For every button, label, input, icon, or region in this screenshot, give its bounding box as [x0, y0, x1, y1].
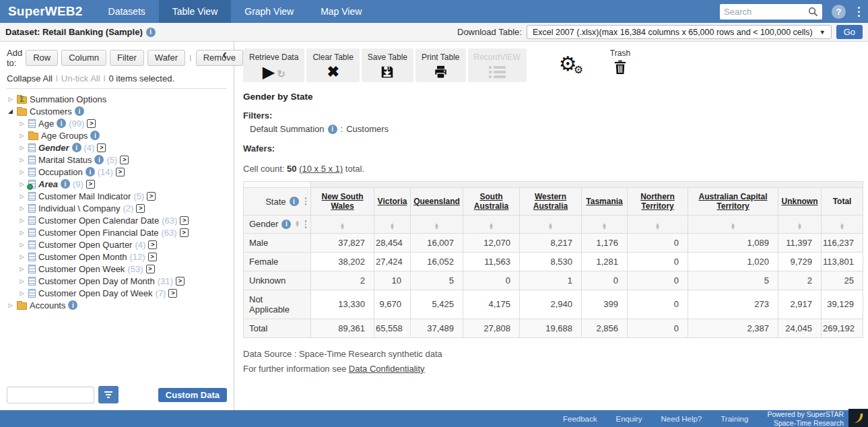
filter-info-icon[interactable]: i [328, 125, 337, 134]
gender-menu-icon[interactable] [304, 220, 308, 229]
column-header-link[interactable]: Australian Capital Territory [698, 192, 767, 211]
field-info-icon[interactable]: i [86, 167, 95, 176]
need-help-link[interactable]: Need Help? [661, 415, 702, 423]
tree-item-customer-open-calendar-date[interactable]: ▷Customer Open Calendar Date(63)> [0, 214, 234, 226]
expand-node-icon[interactable]: ▷ [18, 181, 26, 187]
add-to-filter-button[interactable]: Filter [110, 50, 144, 66]
clear-table-button[interactable]: Clear Table ✖ [306, 48, 359, 82]
tree-item-customer-open-month[interactable]: ▷Customer Open Month(12)> [0, 251, 234, 263]
expand-node-icon[interactable]: ▷ [18, 266, 26, 272]
download-format-select[interactable]: Excel 2007 (.xlsx)(max 16,384 columns x … [527, 25, 832, 39]
expand-node-icon[interactable]: ▷ [18, 157, 26, 163]
tree-item-customers[interactable]: ◢Customersi [0, 105, 234, 117]
field-info-icon[interactable]: i [57, 119, 66, 128]
retrieve-data-button[interactable]: Retrieve Data ▶↻ [243, 48, 304, 82]
field-info-icon[interactable]: i [61, 179, 70, 189]
drill-arrow-icon[interactable]: > [147, 192, 156, 201]
print-table-button[interactable]: Print Table [415, 48, 465, 82]
collapse-node-icon[interactable]: ◢ [7, 108, 14, 114]
expand-node-icon[interactable]: ▷ [18, 145, 26, 151]
drill-arrow-icon[interactable]: > [180, 228, 189, 237]
expand-node-icon[interactable]: ▷ [18, 169, 26, 175]
search-icon[interactable] [808, 7, 818, 17]
sort-icon[interactable]: ▲▼ [655, 224, 661, 230]
drill-arrow-icon[interactable]: > [148, 240, 157, 249]
add-to-wafer-button[interactable]: Wafer [147, 50, 185, 66]
help-icon[interactable]: ? [832, 5, 846, 19]
expand-node-icon[interactable]: ▷ [18, 278, 26, 284]
data-confidentiality-link[interactable]: Data Confidentiality [349, 364, 425, 374]
field-info-icon[interactable]: i [75, 106, 84, 116]
tree-item-marital-status[interactable]: ▷Marital Statusi(5)> [0, 154, 234, 166]
drill-arrow-icon[interactable]: > [120, 156, 129, 164]
state-info-icon[interactable]: i [290, 197, 299, 206]
recordview-button[interactable]: RecordVIEW [468, 48, 527, 82]
expand-node-icon[interactable]: ▷ [18, 193, 26, 199]
sort-icon[interactable]: ▲▼ [797, 224, 803, 230]
sort-icon[interactable]: ▲▼ [489, 224, 494, 230]
field-info-icon[interactable]: i [72, 143, 81, 152]
column-header-link[interactable]: New South Wales [322, 192, 364, 211]
drill-arrow-icon[interactable]: > [146, 265, 155, 273]
expand-node-icon[interactable]: ▷ [7, 302, 14, 308]
custom-data-button[interactable]: Custom Data [158, 388, 227, 402]
expand-node-icon[interactable]: ▷ [7, 96, 14, 102]
tree-filter-input[interactable] [7, 387, 94, 403]
feedback-link[interactable]: Feedback [563, 415, 597, 423]
tree-item-summation-options[interactable]: ▷ΣSummation Options [0, 93, 234, 105]
tree-item-age-groups[interactable]: ▷Age Groupsi [0, 129, 234, 141]
sort-icon[interactable]: ▲▼ [548, 224, 554, 230]
expand-node-icon[interactable]: ▷ [18, 230, 26, 236]
enquiry-link[interactable]: Enquiry [616, 415, 642, 423]
tree-item-age[interactable]: ▷Agei(99)> [0, 117, 234, 129]
drill-arrow-icon[interactable]: > [116, 168, 125, 176]
drill-arrow-icon[interactable]: > [87, 119, 96, 128]
expand-node-icon[interactable]: ▷ [18, 121, 26, 127]
nav-tab-graph-view[interactable]: Graph View [231, 0, 307, 23]
field-info-icon[interactable]: i [90, 131, 100, 140]
overflow-menu-icon[interactable] [857, 5, 861, 18]
drill-arrow-icon[interactable]: > [168, 289, 177, 298]
tree-item-customer-open-quarter[interactable]: ▷Customer Open Quarter(4)> [0, 238, 234, 251]
column-header-link[interactable]: Tasmania [586, 197, 622, 206]
field-info-icon[interactable]: i [94, 155, 104, 164]
sort-icon[interactable]: ▲▼ [294, 221, 300, 228]
save-table-button[interactable]: Save Table [362, 48, 413, 82]
column-header-link[interactable]: Northern Territory [640, 192, 675, 211]
gender-info-icon[interactable]: i [281, 220, 291, 229]
column-header-link[interactable]: Queensland [413, 197, 460, 206]
dataset-info-icon[interactable]: i [146, 28, 156, 37]
expand-node-icon[interactable]: ▷ [18, 218, 26, 224]
state-menu-icon[interactable] [304, 197, 308, 206]
tree-item-customer-open-day-of-week[interactable]: ▷Customer Open Day of Week(7)> [0, 287, 234, 299]
tree-item-customer-open-day-of-month[interactable]: ▷Customer Open Day of Month(31)> [0, 275, 234, 287]
download-go-button[interactable]: Go [836, 25, 863, 39]
sort-icon[interactable]: ▲▼ [340, 224, 345, 230]
tree-item-individual-company[interactable]: ▷Individual \ Company(2)> [0, 202, 234, 214]
nav-tab-table-view[interactable]: Table View [159, 0, 231, 23]
tree-item-customer-open-financial-date[interactable]: ▷Customer Open Financial Date(63)> [0, 226, 234, 238]
expand-node-icon[interactable]: ▷ [18, 290, 26, 296]
search-box[interactable] [720, 4, 822, 20]
column-header-link[interactable]: Victoria [378, 197, 407, 206]
tree-item-gender[interactable]: ▷Genderi(4)> [0, 141, 234, 154]
table-options-button[interactable]: ⚙ ⚙ [559, 55, 585, 78]
tree-item-customer-open-week[interactable]: ▷Customer Open Week(53)> [0, 263, 234, 275]
untick-all-link[interactable]: Un-tick All [61, 73, 100, 84]
sort-icon[interactable]: ▲▼ [390, 224, 395, 230]
expand-node-icon[interactable]: ▷ [18, 242, 26, 248]
collapse-all-link[interactable]: Collapse All [7, 73, 53, 84]
add-to-row-button[interactable]: Row [26, 50, 58, 66]
training-link[interactable]: Training [721, 415, 748, 423]
drill-arrow-icon[interactable]: > [136, 204, 145, 213]
tree-item-accounts[interactable]: ▷Accountsi [0, 299, 234, 311]
expand-node-icon[interactable]: ▷ [18, 205, 26, 211]
remove-button[interactable]: Remove [196, 50, 243, 66]
drill-arrow-icon[interactable]: > [176, 277, 185, 286]
column-header-link[interactable]: Western Australia [533, 192, 568, 211]
field-info-icon[interactable]: i [68, 300, 77, 310]
column-header-link[interactable]: South Australia [474, 192, 508, 211]
drill-arrow-icon[interactable]: > [97, 143, 106, 152]
nav-tab-map-view[interactable]: Map View [307, 0, 375, 23]
tree-item-occupation[interactable]: ▷Occupationi(14)> [0, 166, 234, 178]
